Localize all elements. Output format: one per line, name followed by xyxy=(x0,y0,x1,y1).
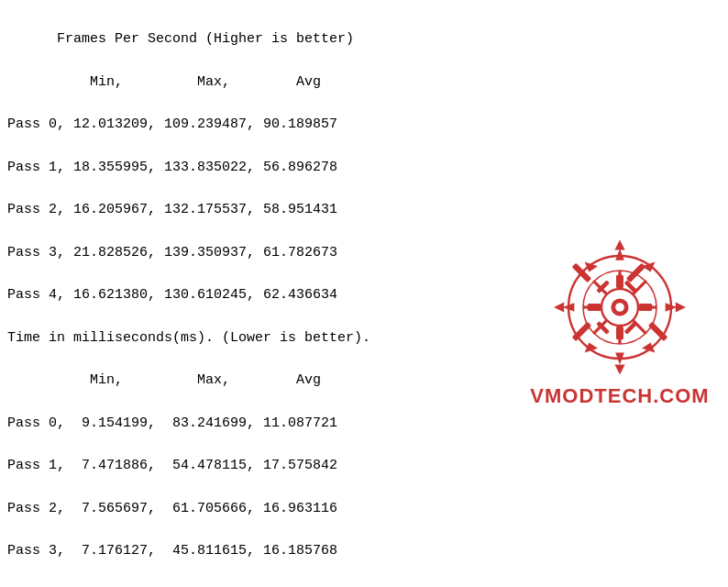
svg-rect-13 xyxy=(626,263,645,282)
fps-title: Frames Per Second (Higher is better) xyxy=(57,31,354,47)
fps-row-4: Pass 4, 16.621380, 130.610245, 62.436634 xyxy=(7,287,337,303)
ms-title: Time in milliseconds(ms). (Lower is bett… xyxy=(7,330,370,346)
vmodtech-logo xyxy=(546,234,693,381)
svg-marker-36 xyxy=(554,303,564,313)
fps-row-1: Pass 1, 18.355995, 133.835022, 56.896278 xyxy=(7,160,337,175)
main-container: Frames Per Second (Higher is better) Min… xyxy=(0,0,728,587)
svg-marker-34 xyxy=(676,303,686,313)
fps-row-3: Pass 3, 21.828526, 139.350937, 61.782673 xyxy=(7,245,337,260)
logo-text: VMODTECH.COM xyxy=(530,384,709,408)
svg-marker-33 xyxy=(614,240,624,250)
svg-marker-5 xyxy=(615,249,624,260)
ms-header: Min, Max, Avg xyxy=(7,372,321,388)
fps-row-2: Pass 2, 16.205967, 132.175537, 58.951431 xyxy=(7,202,337,217)
svg-rect-27 xyxy=(588,304,601,311)
svg-rect-28 xyxy=(639,304,652,311)
svg-point-4 xyxy=(615,303,624,312)
svg-rect-26 xyxy=(616,327,623,339)
ms-row-1: Pass 1, 7.471886, 54.478115, 17.575842 xyxy=(7,458,337,473)
top-section: Frames Per Second (Higher is better) Min… xyxy=(0,0,728,587)
logo-area: VMODTECH.COM xyxy=(519,7,721,587)
svg-rect-25 xyxy=(616,275,623,288)
data-area: Frames Per Second (Higher is better) Min… xyxy=(7,7,519,587)
svg-marker-35 xyxy=(614,365,624,375)
ms-row-3: Pass 3, 7.176127, 45.811615, 16.185768 xyxy=(7,543,337,559)
fps-header: Min, Max, Avg xyxy=(7,74,321,90)
ms-row-2: Pass 2, 7.565697, 61.705666, 16.963116 xyxy=(7,501,337,516)
ms-row-0: Pass 0, 9.154199, 83.241699, 11.087721 xyxy=(7,415,337,431)
fps-row-0: Pass 0, 12.013209, 109.239487, 90.189857 xyxy=(7,116,337,132)
